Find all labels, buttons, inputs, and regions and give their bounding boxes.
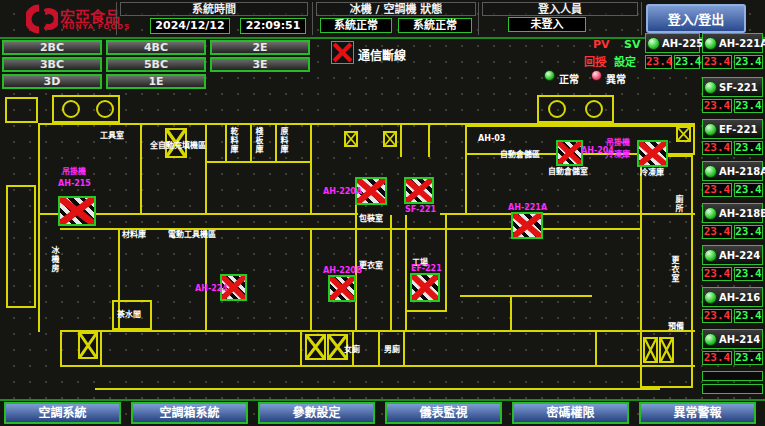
login-logout-button[interactable]: 登入/登出: [646, 4, 746, 33]
unit-name: AH-214: [719, 334, 760, 345]
chiller-status-value: 系統正常: [320, 18, 392, 33]
header-divider: [312, 2, 313, 35]
room-label: 冷凍庫: [640, 168, 664, 177]
offline-unit-marker[interactable]: [410, 273, 440, 302]
room-label: 茶水間: [117, 310, 141, 319]
floor-button-1e[interactable]: 1E: [106, 74, 206, 89]
floor-button-2e[interactable]: 2E: [210, 40, 310, 55]
unit-panel-sf-221[interactable]: SF-221: [702, 77, 763, 97]
wall: [445, 215, 447, 312]
unit-panel-ah-225[interactable]: AH-225: [645, 33, 700, 53]
unit-panel-ah-221a[interactable]: AH-221A: [702, 33, 763, 53]
room-label: 冰機房: [50, 246, 59, 273]
floor-button-4bc[interactable]: 4BC: [106, 40, 206, 55]
unit-panel-ah-214[interactable]: AH-214: [702, 329, 763, 349]
nav-meter-monitoring[interactable]: 儀表監視: [385, 402, 502, 424]
room-label: AH-03: [478, 134, 505, 143]
unit-sv-value: 23.4: [734, 267, 763, 281]
floor-button-2bc[interactable]: 2BC: [2, 40, 102, 55]
floor-button-3e[interactable]: 3E: [210, 57, 310, 72]
wall: [275, 125, 277, 163]
wall: [405, 215, 407, 332]
unit-name: AH-218A: [719, 166, 765, 177]
stair-x-icon: [676, 126, 691, 142]
offline-unit-marker[interactable]: [637, 140, 668, 167]
header-divider: [478, 2, 479, 35]
brand-subtitle: HUNYA FOODS: [62, 23, 130, 31]
equipment-label: AH-215: [58, 179, 91, 188]
wall: [403, 332, 405, 365]
wall: [100, 332, 102, 365]
unit-panel-empty: [702, 371, 763, 381]
unit-panel-ah-218a[interactable]: AH-218A: [702, 161, 763, 181]
unit-pv-value: 23.4: [702, 351, 732, 365]
unit-panel-empty: [702, 384, 763, 394]
offline-unit-marker[interactable]: [511, 212, 543, 239]
offline-unit-marker[interactable]: [556, 140, 583, 166]
room-label: 自動倉儲區: [500, 150, 540, 159]
stair-x-icon: [383, 131, 397, 147]
unit-name: AH-218B: [719, 208, 765, 219]
unit-led-icon: [704, 333, 717, 346]
unit-name: AH-224: [719, 250, 760, 261]
abnormal-label: 異常: [606, 71, 626, 86]
room-label: 工具室: [100, 131, 124, 140]
unit-led-icon: [704, 81, 717, 94]
sv-cn-label: 設定: [614, 53, 636, 69]
header-divider: [116, 2, 117, 35]
room-label: 更衣室: [359, 261, 383, 270]
hmi-screen: 宏亞食品 HUNYA FOODS 系統時間 2024/12/12 22:09:5…: [0, 0, 765, 426]
wall: [355, 195, 357, 332]
unit-sv-value: 23.4: [734, 99, 763, 113]
normal-label: 正常: [559, 71, 579, 86]
wall: [595, 332, 597, 365]
floor-button-3d[interactable]: 3D: [2, 74, 102, 89]
wall: [60, 365, 695, 367]
room-label: 包裝室: [359, 214, 383, 223]
offline-unit-marker[interactable]: [328, 275, 356, 302]
spiral-stair-icon: [585, 100, 603, 118]
unit-sv-value: 23.4: [734, 309, 763, 323]
unit-panel-ah-224[interactable]: AH-224: [702, 245, 763, 265]
hunya-logo-icon: [26, 3, 58, 35]
room-label: 原料庫: [279, 127, 288, 154]
wall: [310, 125, 312, 215]
nav-ahu-system[interactable]: 空調箱系統: [131, 402, 248, 424]
floor-button-3bc[interactable]: 3BC: [2, 57, 102, 72]
unit-pv-value: 23.4: [702, 55, 732, 69]
nav-alarm[interactable]: 異常警報: [639, 402, 756, 424]
wall: [310, 230, 312, 330]
unit-pv-value: 23.4: [702, 183, 732, 197]
unit-sv-value: 23.4: [674, 55, 700, 69]
offline-unit-marker[interactable]: [404, 177, 434, 204]
room-label: 自動倉儲室: [548, 167, 588, 176]
room-label: 男廁: [384, 345, 400, 354]
pv-cn-label: 回授: [584, 53, 606, 69]
nav-parameter-settings[interactable]: 參數設定: [258, 402, 375, 424]
wall: [250, 125, 252, 163]
stair-x-icon: [344, 131, 358, 147]
unit-led-icon: [704, 123, 717, 136]
unit-panel-ah-216[interactable]: AH-216: [702, 287, 763, 307]
machine-status-label: 冰機 / 空調機 狀態: [316, 2, 476, 16]
unit-pv-value: 23.4: [702, 141, 732, 155]
stair-x-icon: [643, 337, 658, 363]
unit-pv-value: 23.4: [645, 55, 672, 69]
unit-panel-ah-218b[interactable]: AH-218B: [702, 203, 763, 223]
wall: [205, 125, 207, 215]
header-divider: [641, 2, 642, 35]
unit-panel-ef-221[interactable]: EF-221: [702, 119, 763, 139]
pv-label: PV: [593, 38, 610, 51]
spiral-stair-icon: [548, 100, 566, 118]
room-label: 女廁: [344, 345, 360, 354]
nav-password-authority[interactable]: 密碼權限: [512, 402, 629, 424]
equipment-label: 吊掛機: [62, 167, 86, 176]
nav-hvac-system[interactable]: 空調系統: [4, 402, 121, 424]
offline-unit-marker[interactable]: [58, 196, 96, 226]
wall-block: [5, 97, 38, 123]
equipment-label: AH-221A: [508, 203, 547, 212]
wall: [38, 123, 40, 332]
unit-name: AH-221A: [719, 38, 765, 49]
unit-led-icon: [704, 249, 717, 262]
floor-button-5bc[interactable]: 5BC: [106, 57, 206, 72]
